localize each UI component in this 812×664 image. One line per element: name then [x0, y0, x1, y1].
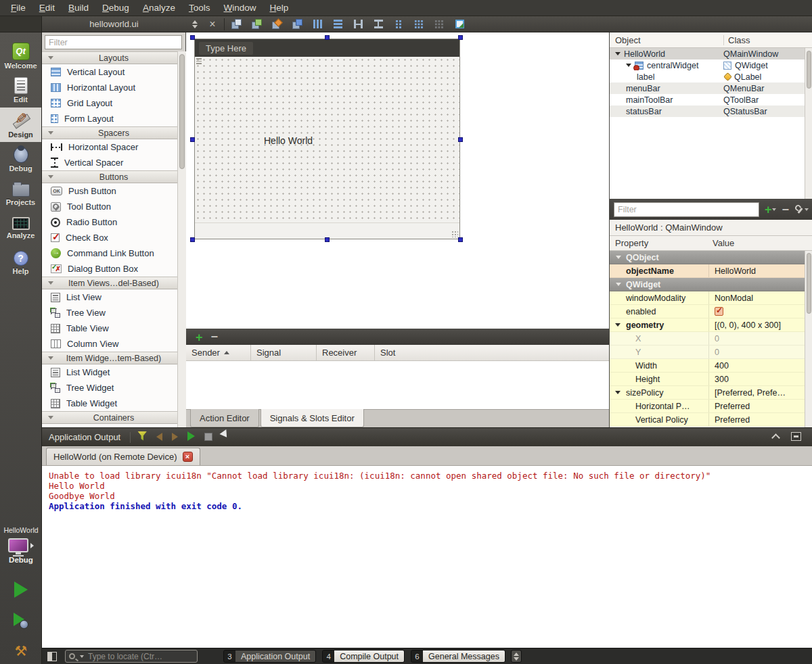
column-header-receiver[interactable]: Receiver	[317, 345, 375, 360]
tab-action-editor[interactable]: Action Editor	[190, 409, 259, 427]
object-inspector-scrollbar[interactable]	[805, 48, 812, 199]
run-button[interactable]	[187, 431, 195, 444]
scrollbar-thumb[interactable]	[179, 54, 185, 169]
debug-run-icon[interactable]	[14, 613, 28, 629]
expand-arrow-icon[interactable]	[615, 323, 621, 327]
selection-handle-top-left[interactable]	[190, 35, 195, 40]
filter-button[interactable]	[137, 431, 147, 444]
widget-item-column-view[interactable]: Column View	[42, 336, 185, 352]
edit-signals-slots-button[interactable]	[248, 17, 265, 32]
widget-item-vertical-spacer[interactable]: Vertical Spacer	[42, 155, 185, 170]
selection-handle-mid-left[interactable]	[190, 137, 195, 142]
locator-field[interactable]	[65, 650, 198, 663]
form-hello-world-label[interactable]: Hello World	[264, 135, 313, 146]
locator-input[interactable]	[87, 651, 194, 662]
output-console[interactable]: Unable to load library icui18n "Cannot l…	[42, 466, 812, 648]
remove-connection-button[interactable]	[211, 333, 219, 341]
widget-category-item-widge-tem-based[interactable]: Item Widge…tem-Based)	[42, 352, 185, 364]
mode-tab-debug[interactable]: Debug	[0, 142, 41, 176]
value-column-header[interactable]: Value	[708, 238, 812, 248]
widget-item-dialog-button-box[interactable]: Dialog Button Box	[42, 261, 185, 277]
widget-item-grid-layout[interactable]: Grid Layout	[42, 95, 185, 111]
menu-item-file[interactable]: File	[4, 0, 32, 16]
widget-item-horizontal-spacer[interactable]: Horizontal Spacer	[42, 139, 185, 155]
property-row-sizepolicy[interactable]: sizePolicy[Preferred, Prefe…	[610, 386, 812, 400]
form-toolbar-handle[interactable]	[196, 58, 202, 64]
widget-category-spacers[interactable]: Spacers	[42, 126, 185, 139]
mode-tab-projects[interactable]: Projects	[0, 176, 41, 211]
selection-handle-mid-right[interactable]	[458, 137, 463, 142]
add-dynamic-property-button[interactable]	[765, 205, 777, 214]
remove-dynamic-property-button[interactable]	[782, 206, 789, 214]
selection-handle-top-right[interactable]	[458, 35, 463, 40]
configure-property-editor-button[interactable]	[794, 205, 809, 214]
build-hammer-icon[interactable]	[15, 644, 28, 659]
kit-selector[interactable]	[8, 538, 34, 552]
object-row-menubar[interactable]: menuBarQMenuBar	[610, 82, 812, 94]
property-row-x[interactable]: X0	[610, 332, 812, 346]
form-status-bar[interactable]	[195, 222, 459, 239]
property-row-enabled[interactable]: enabled	[610, 305, 812, 318]
layout-form-button[interactable]	[390, 17, 407, 32]
pane-button-application-output[interactable]: 3Application Output	[223, 650, 316, 663]
edit-widgets-button[interactable]	[227, 17, 245, 32]
widget-item-table-view[interactable]: Table View	[42, 321, 185, 336]
mode-tab-edit[interactable]: Edit	[0, 73, 41, 108]
property-row-windowmodality[interactable]: windowModalityNonModal	[610, 291, 812, 305]
property-row-geometry[interactable]: geometry[(0, 0), 400 x 300]	[610, 318, 812, 332]
stop-button[interactable]	[204, 431, 212, 444]
menu-item-window[interactable]: Window	[217, 0, 263, 16]
widget-item-table-widget[interactable]: Table Widget	[42, 396, 185, 411]
widget-item-tool-button[interactable]: Tool Button	[42, 199, 185, 214]
mode-tab-analyze[interactable]: Analyze	[0, 211, 41, 245]
layout-vertically-button[interactable]	[329, 17, 346, 32]
widget-item-list-view[interactable]: List View	[42, 289, 185, 305]
expand-arrow-icon[interactable]	[615, 52, 621, 55]
property-row-vertical-policy[interactable]: Vertical PolicyPreferred	[610, 413, 812, 427]
widget-item-form-layout[interactable]: Form Layout	[42, 111, 185, 126]
run-icon[interactable]	[14, 582, 28, 598]
document-selector-dropdown[interactable]	[186, 17, 204, 32]
object-row-helloworld[interactable]: HelloWorldQMainWindow	[610, 48, 812, 60]
next-item-button[interactable]	[172, 431, 178, 444]
form-canvas-workspace[interactable]: Type Here Hello World	[186, 32, 609, 329]
property-row-horizontal-p[interactable]: Horizontal P…Preferred	[610, 400, 812, 413]
property-group-qwidget[interactable]: QWidget	[610, 278, 812, 291]
property-row-y[interactable]: Y0	[610, 346, 812, 359]
menu-item-debug[interactable]: Debug	[95, 0, 136, 16]
mode-tab-design[interactable]: Design	[0, 108, 41, 142]
property-filter-input[interactable]	[614, 202, 759, 217]
scrollbar-thumb[interactable]	[807, 51, 811, 89]
mode-tab-help[interactable]: Help	[0, 245, 41, 280]
edit-tab-order-button[interactable]	[288, 17, 306, 32]
menu-item-help[interactable]: Help	[263, 0, 295, 16]
column-header-signal[interactable]: Signal	[251, 345, 317, 360]
scrollbar-thumb[interactable]	[807, 253, 811, 314]
tab-signals-slots-editor[interactable]: Signals & Slots Editor	[261, 409, 364, 427]
adjust-size-button[interactable]	[451, 17, 468, 32]
expand-arrow-icon[interactable]	[615, 391, 621, 394]
checkbox-checked-icon[interactable]	[715, 307, 723, 316]
pane-button-general-messages[interactable]: 6General Messages	[411, 650, 505, 663]
widget-item-tree-widget[interactable]: Tree Widget	[42, 380, 185, 396]
widget-item-vertical-layout[interactable]: Vertical Layout	[42, 64, 185, 80]
object-row-centralwidget[interactable]: centralWidgetQWidget	[610, 60, 812, 71]
collapse-button[interactable]	[773, 431, 779, 444]
selection-handle-top-center[interactable]	[325, 35, 330, 40]
widget-item-tree-view[interactable]: Tree View	[42, 305, 185, 321]
close-tab-button[interactable]	[183, 452, 193, 462]
pane-button-compile-output[interactable]: 4Compile Output	[322, 650, 405, 663]
close-document-button[interactable]	[204, 17, 221, 32]
layout-horizontal-splitter-button[interactable]	[349, 17, 367, 32]
widget-item-command-link-button[interactable]: Command Link Button	[42, 245, 185, 261]
widget-box-scrollbar[interactable]	[177, 51, 186, 427]
object-column-header[interactable]: Object	[610, 35, 723, 45]
designed-form-window[interactable]: Type Here Hello World	[194, 39, 460, 239]
object-row-maintoolbar[interactable]: mainToolBarQToolBar	[610, 94, 812, 105]
attach-button[interactable]	[222, 431, 230, 444]
form-menu-bar[interactable]: Type Here	[195, 39, 459, 57]
widget-item-horizontal-layout[interactable]: Horizontal Layout	[42, 80, 185, 95]
break-layout-button[interactable]	[430, 17, 448, 32]
minimize-button[interactable]	[791, 431, 801, 444]
expand-arrow-icon[interactable]	[626, 64, 631, 67]
